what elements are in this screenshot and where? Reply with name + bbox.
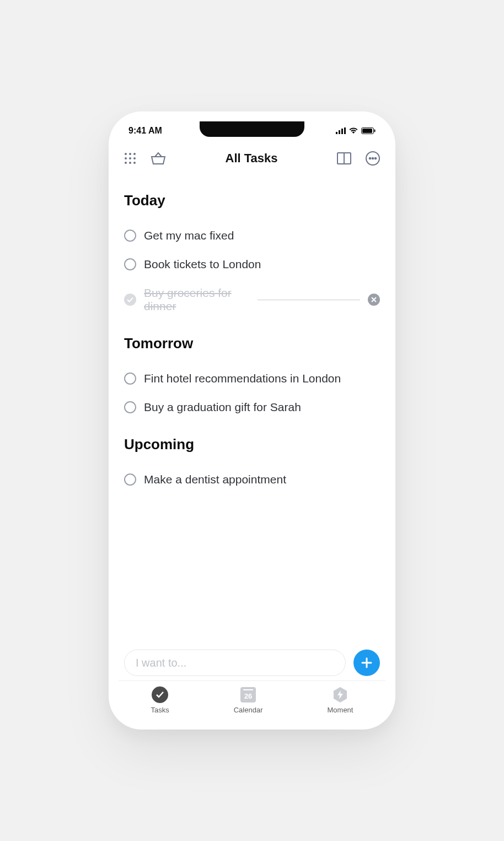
status-icons xyxy=(336,127,376,134)
task-checkbox-checked-icon[interactable] xyxy=(124,294,136,306)
section-today: Today Get my mac fixed Book tickets to L… xyxy=(124,192,380,321)
battery-icon xyxy=(361,127,376,134)
task-text: Fint hotel recommendations in London xyxy=(144,372,341,385)
nav-calendar[interactable]: 26 Calendar xyxy=(234,686,263,714)
task-row[interactable]: Make a dentist appointment xyxy=(124,465,380,494)
svg-rect-1 xyxy=(339,130,340,134)
calendar-icon: 26 xyxy=(240,687,256,702)
page-title: All Tasks xyxy=(226,151,278,166)
section-tomorrow: Tomorrow Fint hotel recommendations in L… xyxy=(124,335,380,422)
app-header: All Tasks xyxy=(119,139,385,175)
nav-tasks[interactable]: Tasks xyxy=(151,686,169,714)
more-icon[interactable] xyxy=(366,151,380,166)
task-text: Make a dentist appointment xyxy=(144,473,286,486)
task-checkbox-icon[interactable] xyxy=(124,230,136,242)
task-text: Buy groceries for dinner xyxy=(144,286,246,313)
section-title: Tomorrow xyxy=(124,335,380,352)
task-row[interactable]: Get my mac fixed xyxy=(124,221,380,250)
svg-rect-2 xyxy=(341,129,343,134)
svg-point-12 xyxy=(133,157,136,159)
task-text: Get my mac fixed xyxy=(144,229,234,242)
task-row[interactable]: Buy a graduation gift for Sarah xyxy=(124,393,380,422)
svg-rect-6 xyxy=(374,130,376,132)
bottom-nav: Tasks 26 Calendar Moment xyxy=(119,680,385,716)
task-row[interactable]: Book tickets to London xyxy=(124,250,380,279)
nav-label: Moment xyxy=(328,706,353,714)
wifi-icon xyxy=(349,127,358,134)
cell-signal-icon xyxy=(336,127,346,134)
quick-add-bar: I want to... xyxy=(119,650,385,676)
svg-point-9 xyxy=(133,153,136,155)
task-checkbox-icon[interactable] xyxy=(124,401,136,413)
nav-label: Tasks xyxy=(151,706,169,714)
section-title: Today xyxy=(124,192,380,209)
check-circle-icon xyxy=(152,686,168,703)
calendar-day: 26 xyxy=(244,692,252,700)
moment-icon xyxy=(333,687,348,702)
svg-point-13 xyxy=(125,162,127,164)
nav-moment[interactable]: Moment xyxy=(328,686,353,714)
task-text: Book tickets to London xyxy=(144,258,261,271)
status-time: 9:41 AM xyxy=(128,126,162,136)
strikethrough-line xyxy=(258,300,360,300)
quick-add-placeholder: I want to... xyxy=(136,657,186,669)
svg-rect-3 xyxy=(344,127,346,134)
task-checkbox-icon[interactable] xyxy=(124,473,136,486)
task-checkbox-icon[interactable] xyxy=(124,372,136,385)
task-checkbox-icon[interactable] xyxy=(124,258,136,270)
svg-point-21 xyxy=(375,158,377,159)
svg-point-15 xyxy=(133,162,136,164)
basket-icon[interactable] xyxy=(151,152,166,165)
svg-point-20 xyxy=(372,158,374,159)
section-title: Upcoming xyxy=(124,436,380,453)
svg-point-11 xyxy=(129,157,131,159)
svg-point-8 xyxy=(129,153,131,155)
add-task-button[interactable] xyxy=(353,650,380,676)
book-icon[interactable] xyxy=(337,152,351,164)
grid-menu-icon[interactable] xyxy=(124,152,136,164)
svg-point-14 xyxy=(129,162,131,164)
svg-point-10 xyxy=(125,157,127,159)
task-delete-icon[interactable] xyxy=(368,294,380,306)
task-row[interactable]: Fint hotel recommendations in London xyxy=(124,364,380,393)
svg-rect-0 xyxy=(336,132,337,134)
plus-icon xyxy=(360,656,373,669)
section-upcoming: Upcoming Make a dentist appointment xyxy=(124,436,380,494)
nav-label: Calendar xyxy=(234,706,263,714)
svg-point-19 xyxy=(369,158,371,159)
phone-frame: 9:41 AM All Tasks xyxy=(109,111,395,730)
svg-rect-5 xyxy=(362,129,372,133)
task-text: Buy a graduation gift for Sarah xyxy=(144,401,301,414)
task-list: Today Get my mac fixed Book tickets to L… xyxy=(119,175,385,646)
quick-add-input[interactable]: I want to... xyxy=(124,650,346,676)
phone-notch xyxy=(200,121,304,137)
svg-point-7 xyxy=(125,153,127,155)
task-row[interactable]: Buy groceries for dinner xyxy=(124,279,380,321)
